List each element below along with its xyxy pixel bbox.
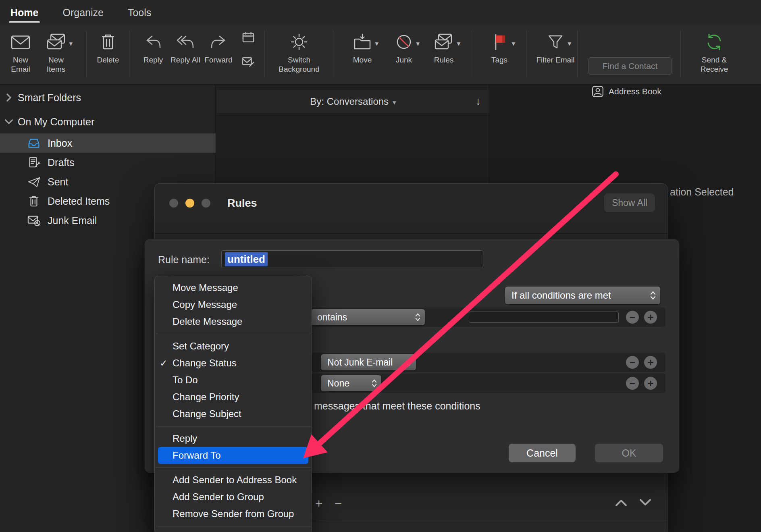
sync-arrows-icon [705,30,724,54]
funnel-icon: ▾ [546,30,565,54]
menu-item-change-subject[interactable]: Change Subject [155,405,312,422]
trash-icon [27,195,41,208]
reply-button[interactable]: Reply [139,30,168,64]
switch-background-button[interactable]: Switch Background [275,30,323,74]
criterion-value-input[interactable] [469,312,619,323]
tab-tools[interactable]: Tools [126,2,153,23]
reply-icon [144,30,162,54]
new-email-label: New Email [5,55,36,74]
menu-item-forward-to[interactable]: Forward To [158,447,308,464]
chevron-down-icon: ▾ [457,39,460,48]
calendar-reply-icon [241,31,255,44]
delete-button[interactable]: Delete [94,30,123,64]
new-email-button[interactable]: New Email [5,30,36,74]
folder-label: Sent [48,176,68,188]
toolbar-separator [264,31,265,77]
add-action-button[interactable]: + [644,377,657,390]
menu-item-add-sender-to-group[interactable]: Add Sender to Group [155,488,312,505]
popup-stepper-icon [650,290,656,301]
meeting-button[interactable] [239,31,257,44]
cancel-button[interactable]: Cancel [509,444,576,462]
conditions-match-popup[interactable]: If all conditions are met [505,287,660,304]
minimize-button[interactable] [185,199,194,208]
no-conversation-selected-text: ation Selected [670,186,734,198]
ribbon-tab-bar: Home Organize Tools [0,0,761,25]
menu-separator [156,426,311,426]
address-book-button[interactable]: Address Book [592,85,661,98]
move-label: Move [353,55,372,64]
action-value-popup-1[interactable]: Not Junk E-mail [321,354,416,370]
mail-edit-icon [241,56,255,68]
remove-action-button[interactable]: − [626,377,639,390]
smart-folders-label: Smart Folders [18,92,81,104]
sort-direction-icon[interactable]: ↓ [476,95,481,108]
tab-organize[interactable]: Organize [61,2,105,23]
reply-label: Reply [143,55,163,64]
move-button[interactable]: ▾ Move [345,30,380,64]
address-book-icon [592,85,604,98]
menu-item-to-do[interactable]: To Do [155,372,312,389]
filter-email-button[interactable]: ▾ Filter Email [536,30,575,64]
find-a-contact-field[interactable]: Find a Contact [588,57,672,75]
ok-button[interactable]: OK [595,444,663,462]
tab-home[interactable]: Home [9,2,40,23]
folder-label: Junk Email [48,215,97,227]
send-receive-button[interactable]: Send & Receive [690,30,738,74]
move-rule-down-button[interactable] [638,498,652,507]
menu-item-delete-message[interactable]: Delete Message [155,313,312,330]
popup-stepper-icon [371,378,377,389]
menu-item-add-sender-to-address-book[interactable]: Add Sender to Address Book [155,472,312,488]
chevron-down-icon: ▾ [568,39,571,48]
close-button[interactable] [169,199,178,208]
sidebar-group-on-my-computer[interactable]: On My Computer [0,112,216,131]
reply-all-button[interactable]: Reply All [170,30,201,64]
sidebar-item-inbox[interactable]: Inbox [0,133,216,153]
disclosure-open-icon[interactable] [0,118,18,125]
menu-item-remove-sender-from-group[interactable]: Remove Sender from Group [155,505,312,522]
rules-button[interactable]: ▾ Rules [426,30,462,64]
chevron-down-icon: ▾ [416,39,420,48]
add-condition-button[interactable]: + [644,311,657,324]
address-book-label: Address Book [609,87,661,96]
forward-button[interactable]: Forward [203,30,234,64]
tags-button[interactable]: ▾ Tags [482,30,517,64]
sent-icon [27,175,41,188]
move-rule-up-button[interactable] [614,498,628,507]
junk-button[interactable]: ▾ Junk [388,30,420,64]
reply-all-icon [176,30,195,54]
send-receive-label: Send & Receive [690,55,738,74]
conditions-note-text: messages that meet these conditions [314,400,480,412]
action-type-menu: Move Message Copy Message Delete Message… [154,276,312,532]
outlook-app-window: Home Organize Tools New Email ▾ New Item… [0,0,761,532]
toolbar-separator [86,31,87,77]
sidebar-item-drafts[interactable]: Drafts [0,153,216,172]
menu-item-copy-message[interactable]: Copy Message [155,296,312,313]
junk-email-icon [27,214,41,227]
menu-item-set-category[interactable]: Set Category [155,338,312,355]
move-folder-icon: ▾ [353,30,372,54]
attachment-button[interactable] [239,56,257,68]
menu-item-change-priority[interactable]: Change Priority [155,389,312,405]
new-items-button[interactable]: ▾ New Items [39,30,73,74]
forward-label: Forward [204,55,233,64]
remove-rule-button[interactable]: − [331,496,345,511]
add-rule-button[interactable]: + [312,496,326,511]
menu-item-reply[interactable]: Reply [155,430,312,447]
add-action-button[interactable]: + [644,356,657,369]
disclosure-closed-icon[interactable] [0,93,18,102]
rule-name-label: Rule name: [158,254,210,266]
remove-condition-button[interactable]: − [626,311,639,324]
remove-action-button[interactable]: − [626,356,639,369]
folder-label: Inbox [48,137,72,149]
criterion-popup[interactable]: ontains [311,309,425,325]
menu-item-change-status[interactable]: ✓ Change Status [155,355,312,372]
menu-item-move-message[interactable]: Move Message [155,279,312,296]
rule-name-input[interactable]: untitled [221,250,483,268]
sidebar-group-smart-folders[interactable]: Smart Folders [0,88,216,107]
toolbar-separator [577,31,578,77]
show-all-button[interactable]: Show All [604,193,655,212]
action-value-popup-2[interactable]: None [321,375,381,391]
popup-stepper-icon [406,357,412,368]
zoom-button[interactable] [202,199,210,208]
sort-header[interactable]: By: Conversations ▾ ↓ [216,90,490,113]
